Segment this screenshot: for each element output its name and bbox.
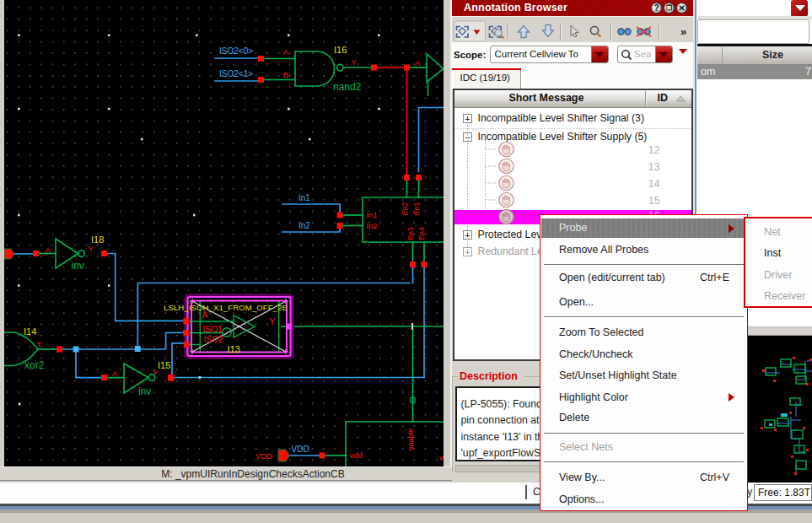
svg-text:En4: En4: [417, 227, 426, 240]
svg-text:VDD: VDD: [292, 445, 309, 454]
svg-text:xor2: xor2: [24, 359, 45, 371]
svg-text:In1: In1: [367, 210, 378, 219]
svg-text:VDD: VDD: [255, 451, 272, 461]
svg-text:Y: Y: [352, 57, 358, 67]
svg-text:inv: inv: [72, 260, 84, 272]
svg-text:Y: Y: [89, 244, 94, 253]
svg-text:v: v: [439, 453, 444, 462]
svg-text:I15: I15: [158, 360, 170, 370]
svg-text:A: A: [46, 245, 51, 255]
svg-text:I13: I13: [228, 344, 240, 354]
svg-text:In2: In2: [367, 221, 378, 230]
svg-text:En1: En1: [412, 202, 421, 216]
svg-text:A: A: [112, 369, 118, 378]
svg-text:I14: I14: [24, 326, 36, 337]
svg-text:A: A: [415, 58, 421, 67]
svg-text:B: B: [283, 70, 288, 79]
svg-text:In1: In1: [298, 193, 310, 202]
svg-text:ISO1: ISO1: [203, 325, 223, 334]
svg-text:Y: Y: [270, 317, 276, 326]
svg-text:LSLH_ISOH_X1_FROM_OFF_2E: LSLH_ISOH_X1_FROM_OFF_2E: [164, 303, 288, 312]
svg-text:nand2: nand2: [333, 81, 362, 93]
svg-text:I18: I18: [91, 235, 104, 245]
svg-text:En3: En3: [406, 227, 415, 240]
svg-text:ISO2: ISO2: [204, 335, 224, 344]
svg-text:ISO2<1>: ISO2<1>: [219, 69, 253, 78]
svg-text:»: »: [680, 25, 686, 38]
svg-text:ISO2<0>: ISO2<0>: [219, 46, 253, 56]
svg-text:In2: In2: [298, 221, 310, 230]
svg-text:A: A: [283, 47, 289, 57]
svg-text:enable: enable: [406, 429, 415, 451]
svg-text:inv: inv: [138, 386, 151, 397]
svg-text:Y: Y: [36, 339, 42, 348]
svg-text:vdd: vdd: [350, 450, 363, 460]
svg-text:En2: En2: [401, 202, 409, 216]
svg-text:I16: I16: [334, 45, 347, 55]
svg-text:A: A: [202, 310, 208, 320]
